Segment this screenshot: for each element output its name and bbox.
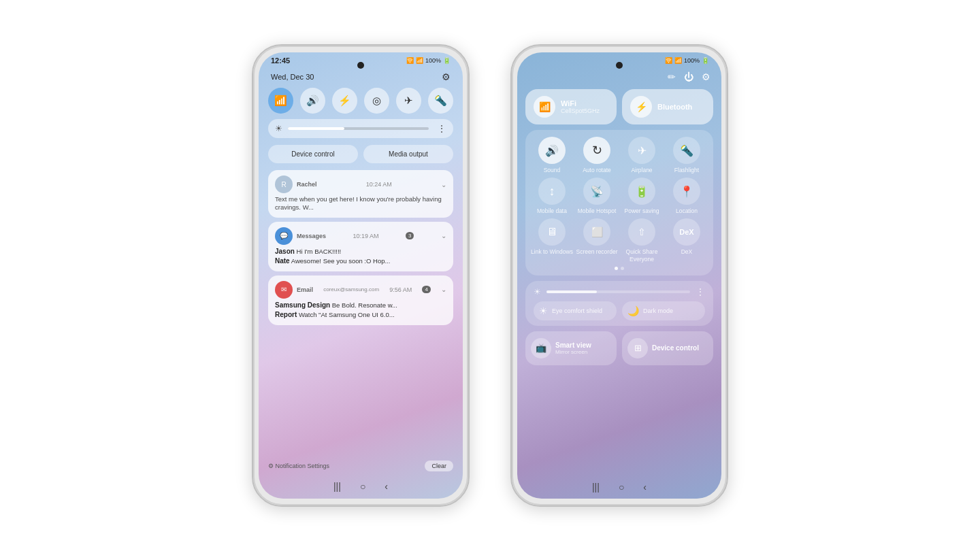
airplane-tile-label: Airplane	[631, 167, 652, 173]
screenrecorder-tile-icon: ⬜	[583, 218, 610, 246]
rachel-expand-icon[interactable]: ⌄	[441, 181, 446, 188]
sound-toggle[interactable]: 🔊	[300, 88, 325, 114]
qs-panel: 🔊 Sound ↻ Auto rotate ✈ Airplane 🔦 Flash…	[525, 130, 713, 276]
sound-tile-icon: 🔊	[538, 137, 566, 164]
qs-dots	[531, 267, 708, 270]
nav-recent-icon[interactable]: |||	[333, 481, 341, 492]
linkwindows-tile[interactable]: 🖥 Link to Windows	[531, 218, 573, 262]
notif-settings-link[interactable]: ⚙ Notification Settings	[268, 463, 329, 469]
notification-rachel[interactable]: R Rachel 10:24 AM ⌄ Text me when you get…	[268, 170, 453, 218]
brightness-more-2[interactable]: ⋮	[696, 286, 705, 297]
settings-icon-1[interactable]: ⚙	[442, 71, 451, 82]
bluetooth-toggle-1[interactable]: ⚡	[332, 88, 357, 114]
device-control-btn[interactable]: Device control	[268, 145, 358, 163]
notifications-list: R Rachel 10:24 AM ⌄ Text me when you get…	[259, 167, 463, 458]
eye-comfort-label: Eye comfort shield	[552, 307, 602, 314]
edit-icon[interactable]: ✏	[668, 71, 676, 82]
messages-time: 10:19 AM	[353, 233, 379, 239]
camera-notch-2	[616, 62, 623, 69]
smartview-label: Smart view	[555, 341, 591, 349]
powersaving-tile-icon: 🔋	[628, 178, 655, 205]
autorotate-tile-icon: ↻	[583, 137, 610, 164]
quickshare-tile-icon: ⇧	[628, 218, 655, 246]
report-sender: Report	[275, 311, 297, 318]
settings-icon-2[interactable]: ⚙	[702, 71, 710, 82]
flashlight-tile-icon: 🔦	[673, 137, 700, 164]
notification-messages[interactable]: 💬 Messages 10:19 AM 3 ⌄ Jason Hi I'm BAC…	[268, 222, 453, 271]
airplane-toggle-1[interactable]: ✈	[396, 88, 421, 114]
jason-msg: Hi I'm BACK!!!!!	[297, 248, 342, 255]
nav-back-icon-2[interactable]: ‹	[643, 482, 647, 492]
bluetooth-tile[interactable]: ⚡ Bluetooth	[622, 89, 713, 124]
brightness-more-1[interactable]: ⋮	[437, 123, 446, 134]
rachel-title-row: Rachel 10:24 AM ⌄	[297, 181, 446, 188]
qs-grid: 🔊 Sound ↻ Auto rotate ✈ Airplane 🔦 Flash…	[531, 137, 708, 263]
screenrecorder-tile[interactable]: ⬜ Screen recorder	[576, 218, 618, 262]
quickshare-tile[interactable]: ⇧ Quick Share Everyone	[621, 218, 663, 262]
messages-badge: 3	[406, 232, 414, 239]
clear-btn[interactable]: Clear	[425, 461, 453, 471]
samsung-design-sender: Samsung Design	[275, 301, 330, 309]
sound-tile[interactable]: 🔊 Sound	[531, 137, 573, 173]
brightness-row-2: ☀ ⋮	[534, 286, 705, 297]
messages-expand-icon[interactable]: ⌄	[441, 232, 446, 239]
dex-tile-label: DeX	[681, 248, 693, 255]
battery-icon-1: 🔋	[443, 57, 451, 64]
dex-tile-icon: DeX	[673, 218, 700, 246]
nav-recent-icon-2[interactable]: |||	[592, 482, 600, 492]
nav-back-icon[interactable]: ‹	[385, 481, 388, 492]
report-msg: Watch "At Samsung One UI 6.0...	[299, 311, 395, 318]
brightness-icon-1: ☀	[275, 124, 282, 133]
smartview-tile[interactable]: 📺 Smart view Mirror screen	[525, 331, 617, 365]
device-control-tile[interactable]: ⊞ Device control	[622, 331, 713, 365]
smartview-icon: 📺	[531, 338, 551, 358]
dex-tile[interactable]: DeX DeX	[666, 218, 708, 262]
signal-icon-2: 📶	[674, 57, 682, 64]
notif-header-email: ✉ Email coreux@samsung.com 9:56 AM 4 ⌄	[275, 281, 446, 299]
email-time: 9:56 AM	[389, 286, 412, 293]
wifi-tile-label: WiFi	[561, 99, 600, 107]
power-icon[interactable]: ⏻	[684, 71, 693, 82]
flashlight-toggle-1[interactable]: 🔦	[428, 88, 453, 114]
eye-comfort-btn[interactable]: ☀ Eye comfort shield	[534, 301, 617, 320]
brightness-track-1	[288, 127, 429, 130]
dark-mode-btn[interactable]: 🌙 Dark mode	[622, 301, 705, 320]
wifi-tile[interactable]: 📶 WiFi CellSpot5GHz	[525, 89, 617, 124]
qs-dot-2	[621, 267, 624, 270]
flashlight-tile[interactable]: 🔦 Flashlight	[666, 137, 708, 173]
nav-home-icon-2[interactable]: ○	[619, 482, 624, 492]
brightness-bar-1[interactable]: ☀ ⋮	[268, 119, 453, 138]
airplane-tile-icon: ✈	[628, 137, 655, 164]
phone-2: 🛜 📶 100% 🔋 ✏ ⏻ ⚙ 📶 WiFi CellSpot5GHz ⚡	[510, 44, 728, 507]
jason-sender: Jason	[275, 248, 295, 255]
phone-2-screen: 🛜 📶 100% 🔋 ✏ ⏻ ⚙ 📶 WiFi CellSpot5GHz ⚡	[517, 52, 721, 499]
notif-header-messages: 💬 Messages 10:19 AM 3 ⌄	[275, 227, 446, 245]
mobiledata-tile-icon: ↕	[538, 178, 566, 205]
notif-footer: ⚙ Notification Settings Clear	[259, 458, 463, 477]
email-expand-icon[interactable]: ⌄	[441, 286, 446, 293]
mobiledata-tile[interactable]: ↕ Mobile data	[531, 178, 573, 214]
location-tile[interactable]: 📍 Location	[666, 178, 708, 214]
status-icons-1: 🛜 📶 100% 🔋	[406, 57, 451, 64]
nav-home-icon[interactable]: ○	[360, 481, 365, 492]
hotspot-tile[interactable]: 📡 Mobile Hotspot	[576, 178, 618, 214]
rachel-app: Rachel	[297, 181, 317, 188]
screenrecorder-tile-label: Screen recorder	[576, 248, 618, 255]
brightness-track-2[interactable]	[546, 290, 690, 293]
wifi-status-icon-2: 🛜	[665, 57, 672, 64]
camera-notch-1	[357, 62, 364, 69]
wifi-tile-sub: CellSpot5GHz	[561, 107, 600, 114]
qs-icons-row-1: 📶 🔊 ⚡ ◎ ✈ 🔦	[259, 82, 463, 116]
airplane-tile[interactable]: ✈ Airplane	[621, 137, 663, 173]
location-toggle[interactable]: ◎	[364, 88, 389, 114]
wifi-toggle[interactable]: 📶	[268, 88, 293, 114]
powersaving-tile[interactable]: 🔋 Power saving	[621, 178, 663, 214]
comfort-row: ☀ Eye comfort shield 🌙 Dark mode	[534, 301, 705, 320]
media-output-btn[interactable]: Media output	[363, 145, 453, 163]
brightness-fill-1	[288, 127, 344, 130]
action-btns-1: Device control Media output	[259, 141, 463, 167]
wifi-status-icon: 🛜	[406, 57, 414, 64]
qs-header-1: Wed, Dec 30 ⚙	[259, 69, 463, 82]
autorotate-tile[interactable]: ↻ Auto rotate	[576, 137, 618, 173]
notification-email[interactable]: ✉ Email coreux@samsung.com 9:56 AM 4 ⌄ S…	[268, 276, 453, 325]
